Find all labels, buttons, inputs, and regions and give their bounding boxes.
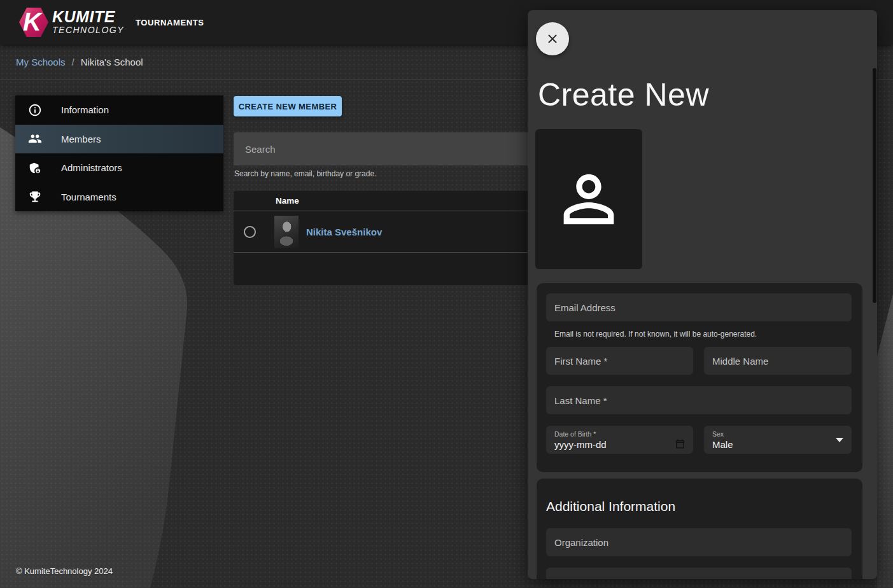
calendar-icon[interactable]: [675, 438, 686, 449]
organization-field: [546, 528, 852, 556]
app-root: K KUMITE TECHNOLOGY TOURNAMENTS My Schoo…: [0, 0, 893, 588]
table-header-row: Name: [234, 191, 535, 211]
member-search-input[interactable]: [244, 143, 511, 155]
copyright-text: © KumiteTechnology 2024: [16, 566, 113, 576]
trophy-icon: [28, 190, 42, 204]
brand-logo[interactable]: K KUMITE TECHNOLOGY: [18, 5, 113, 39]
sex-selected-value: Male: [712, 439, 733, 450]
breadcrumb-separator: /: [72, 57, 74, 67]
breadcrumb: My Schools / Nikita's School: [16, 57, 143, 67]
chevron-down-icon: [836, 438, 843, 442]
sidebar-item-label: Administrators: [61, 162, 122, 173]
email-field: [546, 293, 852, 321]
date-of-birth-field[interactable]: Date of Birth * yyyy-mm-dd: [546, 426, 693, 454]
avatar-upload-placeholder[interactable]: [535, 129, 642, 269]
additional-information-heading: Additional Information: [546, 499, 675, 514]
member-form-card: Email is not required. If not known, it …: [537, 283, 862, 472]
sidebar-item-administrators[interactable]: Administrators: [15, 153, 223, 183]
last-name-field: [546, 386, 852, 414]
additional-field-2-input[interactable]: [546, 568, 852, 579]
last-name-input[interactable]: [546, 386, 852, 414]
member-avatar-photo: [274, 216, 299, 248]
create-new-member-button[interactable]: CREATE NEW MEMBER: [234, 96, 342, 116]
sidebar-item-label: Information: [61, 104, 109, 115]
sex-label: Sex: [712, 430, 724, 438]
close-icon: [545, 32, 559, 46]
brand-subtitle: TECHNOLOGY: [52, 25, 124, 35]
table-row[interactable]: Nikita Svešnikov: [234, 211, 535, 253]
nav-item-tournaments[interactable]: TOURNAMENTS: [136, 0, 204, 45]
members-table: Name Nikita Svešnikov: [234, 191, 535, 285]
sidebar-item-label: Tournaments: [61, 192, 116, 202]
member-search-box: [234, 132, 535, 165]
drawer-title: Create New: [538, 76, 709, 113]
logo-k-letter: K: [23, 6, 41, 37]
members-icon: [28, 132, 42, 146]
first-name-field: [546, 347, 693, 375]
search-helper-text: Search by name, email, birthday or grade…: [234, 169, 376, 178]
breadcrumb-my-schools[interactable]: My Schools: [16, 57, 66, 67]
sidebar-item-tournaments[interactable]: Tournaments: [15, 183, 223, 212]
admin-shield-icon: [28, 161, 42, 175]
date-of-birth-value: yyyy-mm-dd: [554, 439, 607, 450]
additional-information-card: Additional Information: [537, 479, 862, 579]
info-icon: [28, 103, 42, 117]
sex-select[interactable]: Sex Male: [704, 426, 852, 454]
middle-name-field: [704, 347, 852, 375]
breadcrumb-current-school: Nikita's School: [81, 57, 143, 67]
middle-name-input[interactable]: [704, 347, 852, 375]
close-drawer-button[interactable]: [536, 22, 569, 55]
column-header-name: Name: [276, 196, 299, 206]
school-sidebar: Information Members Administrators Tourn…: [15, 95, 223, 211]
additional-field-2: [546, 568, 852, 579]
brand-name: KUMITE: [52, 9, 124, 25]
person-outline-icon: [551, 162, 626, 237]
sidebar-item-information[interactable]: Information: [15, 95, 223, 125]
member-name-link[interactable]: Nikita Svešnikov: [306, 227, 382, 237]
row-radio-button[interactable]: [244, 226, 256, 238]
drawer-scrollbar-thumb[interactable]: [873, 68, 876, 303]
right-blob-shape: [877, 294, 893, 588]
create-new-drawer: Create New Email is not required. If not…: [528, 10, 877, 579]
sidebar-item-members[interactable]: Members: [15, 125, 223, 154]
date-of-birth-label: Date of Birth *: [554, 430, 596, 438]
sidebar-item-label: Members: [61, 134, 101, 144]
email-helper-text: Email is not required. If not known, it …: [554, 330, 757, 339]
organization-input[interactable]: [546, 528, 852, 556]
first-name-input[interactable]: [546, 347, 693, 375]
email-input[interactable]: [546, 293, 852, 321]
